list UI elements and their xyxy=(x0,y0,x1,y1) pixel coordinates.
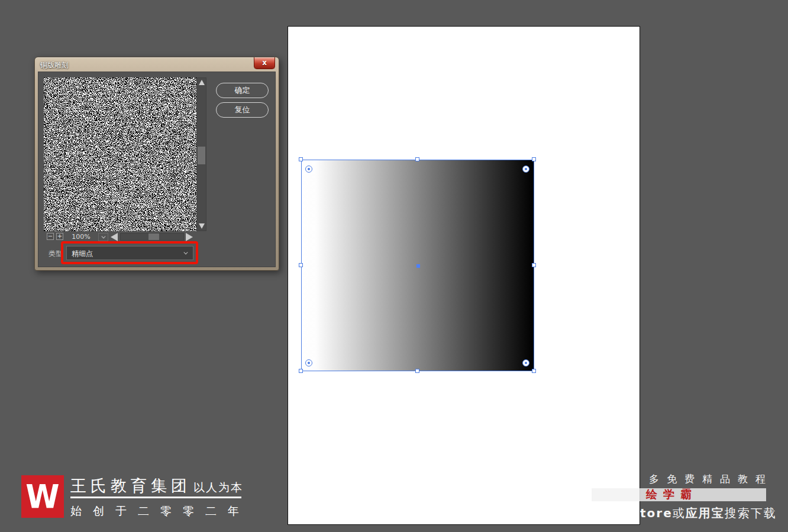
chevron-down-icon xyxy=(181,249,190,258)
zoom-out-button[interactable]: − xyxy=(47,233,54,240)
live-corner-widget[interactable] xyxy=(305,166,312,173)
brand-divider xyxy=(70,497,241,498)
reset-button[interactable]: 复位 xyxy=(216,102,269,118)
logo-w-icon: W xyxy=(25,481,59,513)
promo-brand: 绘学霸 xyxy=(646,487,697,502)
live-corner-widget[interactable] xyxy=(522,359,529,366)
promo-or-text: 或 xyxy=(673,506,686,520)
brand-subtitle: 始创于二零零二年 xyxy=(70,504,250,519)
mezzotint-dialog: 铜版雕刻 x xyxy=(34,57,279,271)
selection-handle[interactable] xyxy=(299,157,303,161)
type-label: 类型 xyxy=(49,249,63,259)
zoom-controls: − + 100% xyxy=(38,232,275,242)
mezzotint-noise-preview xyxy=(44,77,196,231)
brand-name: 王氏教育集团 xyxy=(70,475,191,497)
center-anchor[interactable] xyxy=(416,264,420,268)
live-corner-widget[interactable] xyxy=(305,359,312,366)
type-row: 类型 精细点 xyxy=(38,246,275,260)
zoom-level-chevron-icon[interactable] xyxy=(98,233,108,241)
selection-handle[interactable] xyxy=(532,157,536,161)
scroll-left-icon[interactable] xyxy=(111,233,118,241)
selection-handle[interactable] xyxy=(299,263,303,267)
selection-handle[interactable] xyxy=(532,369,536,373)
dialog-title: 铜版雕刻 xyxy=(40,61,69,69)
preview-vertical-scrollbar[interactable] xyxy=(196,77,206,231)
scroll-right-icon[interactable] xyxy=(186,233,193,241)
promo-app-text: 应用宝 xyxy=(686,506,725,520)
selection-handle[interactable] xyxy=(299,369,303,373)
preview-horizontal-scrollbar[interactable] xyxy=(120,233,184,241)
selection-handle[interactable] xyxy=(532,263,536,267)
brand-slogan: 以人为本 xyxy=(193,480,243,495)
gradient-rectangle[interactable] xyxy=(301,160,534,371)
promo-store-text: tore xyxy=(640,506,673,520)
selection-handle[interactable] xyxy=(415,369,419,373)
promo-line-3: tore或应用宝搜索下载 xyxy=(640,505,777,521)
live-corner-widget[interactable] xyxy=(522,166,529,173)
brand-logo: W xyxy=(21,475,64,518)
promo-band: 绘学霸 xyxy=(592,488,766,501)
selection-handle[interactable] xyxy=(415,157,419,161)
ok-button[interactable]: 确定 xyxy=(216,83,269,98)
dialog-body: − + 100% 类型 精细点 确定 复位 xyxy=(38,72,276,267)
type-dropdown[interactable]: 精细点 xyxy=(66,246,193,260)
scroll-up-icon[interactable] xyxy=(199,80,205,85)
promo-line-1: 多免费精品教程 xyxy=(649,472,773,486)
promo-rest-text: 搜索下载 xyxy=(725,506,777,520)
vertical-scroll-thumb[interactable] xyxy=(198,147,205,164)
close-button[interactable]: x xyxy=(254,57,275,69)
dialog-titlebar[interactable]: 铜版雕刻 xyxy=(35,57,279,72)
zoom-level-value[interactable]: 100% xyxy=(64,232,98,242)
scroll-down-icon[interactable] xyxy=(199,223,205,229)
horizontal-scroll-thumb[interactable] xyxy=(148,233,159,240)
type-dropdown-value: 精细点 xyxy=(72,249,93,259)
filter-preview[interactable] xyxy=(44,77,196,231)
zoom-in-button[interactable]: + xyxy=(56,233,63,240)
